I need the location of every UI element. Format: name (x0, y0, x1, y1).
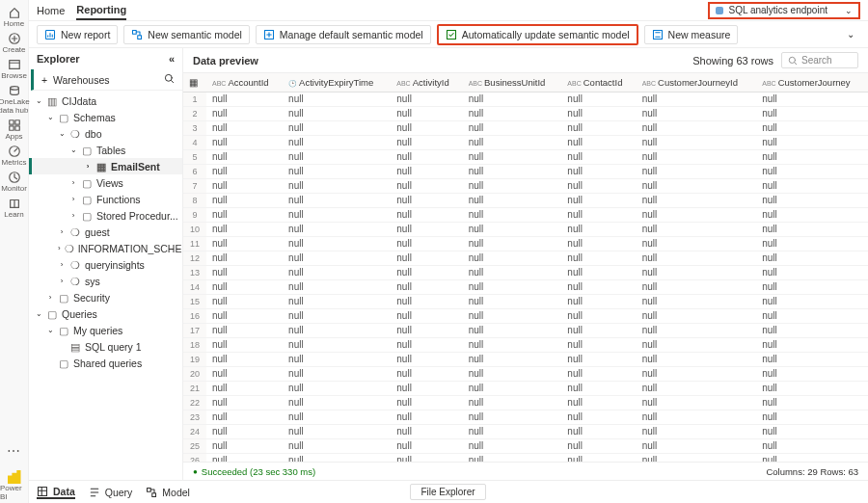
cell: null (561, 352, 636, 366)
table-row[interactable]: 25nullnullnullnullnullnullnull (183, 438, 868, 453)
tree-node-5[interactable]: ›▢Views (29, 174, 182, 191)
cell: null (463, 149, 562, 164)
warehouses-button[interactable]: Warehouses (53, 74, 110, 86)
table-row[interactable]: 19nullnullnullnullnullnullnull (183, 352, 868, 366)
tab-home[interactable]: Home (37, 2, 65, 19)
table-row[interactable]: 23nullnullnullnullnullnullnull (183, 410, 868, 424)
file-explorer-button[interactable]: File Explorer (410, 484, 485, 500)
nav-learn[interactable]: Learn (0, 195, 30, 221)
tree-node-15[interactable]: ▤SQL query 1 (29, 338, 182, 355)
expand-icon[interactable]: › (69, 211, 77, 220)
expand-icon[interactable]: ⌄ (46, 326, 54, 334)
table-row[interactable]: 8nullnullnullnullnullnullnull (183, 193, 868, 207)
bottom-tab-query[interactable]: Query (89, 487, 133, 498)
nav-browse[interactable]: Browse (0, 56, 30, 82)
expand-icon[interactable]: ⌄ (58, 129, 66, 138)
tree-node-8[interactable]: ›❍guest (29, 224, 182, 240)
power-bi-nav[interactable]: Power BI (0, 464, 28, 503)
table-row[interactable]: 14nullnullnullnullnullnullnull (183, 279, 868, 294)
column-header[interactable]: ABCAccountId (206, 73, 283, 92)
bottom-tab-model[interactable]: Model (146, 487, 190, 498)
table-row[interactable]: 17nullnullnullnullnullnullnull (183, 323, 868, 337)
more-nav[interactable]: ⋯ (0, 441, 28, 461)
table-row[interactable]: 15nullnullnullnullnullnullnull (183, 294, 868, 308)
endpoint-selector[interactable]: SQL analytics endpoint ⌄ (708, 2, 860, 19)
table-row[interactable]: 7nullnullnullnullnullnullnull (183, 178, 868, 193)
nav-onelake[interactable]: OneLake data hub (0, 82, 30, 117)
table-row[interactable]: 13nullnullnullnullnullnullnull (183, 265, 868, 279)
bottom-tab-data[interactable]: Data (37, 486, 75, 499)
tree-node-1[interactable]: ⌄▢Schemas (29, 109, 182, 125)
table-row[interactable]: 20nullnullnullnullnullnullnull (183, 366, 868, 381)
toolbar-overflow[interactable]: ⌄ (841, 29, 860, 40)
tree-node-13[interactable]: ⌄▢Queries (29, 305, 182, 322)
monitor-icon (8, 171, 21, 184)
expand-icon[interactable]: › (58, 277, 66, 285)
expand-icon[interactable]: ⌄ (46, 113, 54, 121)
table-row[interactable]: 18nullnullnullnullnullnullnull (183, 337, 868, 352)
nav-apps[interactable]: Apps (0, 117, 30, 143)
nav-monitor[interactable]: Monitor (0, 169, 30, 195)
expand-icon[interactable]: › (69, 195, 77, 203)
node-icon: ▢ (81, 194, 93, 205)
nav-metrics[interactable]: Metrics (0, 143, 30, 169)
expand-icon[interactable]: › (69, 178, 77, 187)
tree-node-6[interactable]: ›▢Functions (29, 191, 182, 207)
table-row[interactable]: 1nullnullnullnullnullnullnull (183, 92, 868, 106)
new-measure-button[interactable]: New measure (644, 25, 739, 44)
tree-node-14[interactable]: ⌄▢My queries (29, 322, 182, 338)
expand-icon[interactable]: › (58, 244, 61, 252)
expand-icon[interactable]: ⌄ (35, 309, 42, 318)
cell: null (391, 453, 462, 462)
cell: null (561, 106, 636, 120)
column-header[interactable]: ABCBusinessUnitId (463, 73, 562, 92)
table-row[interactable]: 26nullnullnullnullnullnullnull (183, 453, 868, 462)
table-row[interactable]: 5nullnullnullnullnullnullnull (183, 149, 868, 164)
nav-home[interactable]: Home (0, 4, 30, 30)
table-row[interactable]: 3nullnullnullnullnullnullnull (183, 120, 868, 135)
table-row[interactable]: 2nullnullnullnullnullnullnull (183, 106, 868, 120)
tree-node-0[interactable]: ⌄▥CIJdata (29, 93, 182, 109)
tree-node-12[interactable]: ›▢Security (29, 289, 182, 305)
table-row[interactable]: 10nullnullnullnullnullnullnull (183, 222, 868, 236)
tree-node-2[interactable]: ⌄❍dbo (29, 125, 182, 142)
search-input[interactable]: Search (781, 52, 858, 68)
row-header[interactable]: ▦ (183, 73, 206, 92)
table-row[interactable]: 11nullnullnullnullnullnullnull (183, 236, 868, 251)
table-row[interactable]: 12nullnullnullnullnullnullnull (183, 251, 868, 265)
expand-icon[interactable]: ⌄ (69, 146, 77, 154)
tree-node-7[interactable]: ›▢Stored Procedur... (29, 207, 182, 224)
expand-icon[interactable]: › (46, 293, 54, 302)
nav-create[interactable]: Create (0, 30, 30, 56)
tree-node-4[interactable]: ›▦EmailSent (29, 158, 182, 174)
table-row[interactable]: 22nullnullnullnullnullnullnull (183, 395, 868, 410)
column-header[interactable]: ABCCustomerJourneyId (637, 73, 757, 92)
table-row[interactable]: 9nullnullnullnullnullnullnull (183, 207, 868, 222)
expand-icon[interactable]: ⌄ (35, 96, 42, 105)
column-header[interactable]: ABCContactId (561, 73, 636, 92)
expand-icon[interactable]: › (58, 227, 66, 236)
tab-reporting[interactable]: Reporting (76, 1, 126, 20)
table-row[interactable]: 6nullnullnullnullnullnullnull (183, 164, 868, 178)
manage-default-model-button[interactable]: Manage default semantic model (256, 25, 431, 44)
search-icon[interactable] (164, 73, 175, 86)
expand-icon[interactable]: › (58, 260, 66, 269)
table-row[interactable]: 21nullnullnullnullnullnullnull (183, 381, 868, 395)
new-semantic-model-button[interactable]: New semantic model (123, 25, 249, 44)
column-header[interactable]: 🕒ActivityExpiryTime (283, 73, 391, 92)
expand-icon[interactable]: › (84, 162, 92, 171)
tree-node-10[interactable]: ›❍queryinsights (29, 256, 182, 273)
tree-node-9[interactable]: ›❍INFORMATION_SCHE... (29, 240, 182, 256)
table-row[interactable]: 24nullnullnullnullnullnullnull (183, 424, 868, 438)
tree-node-3[interactable]: ⌄▢Tables (29, 142, 182, 158)
table-row[interactable]: 4nullnullnullnullnullnullnull (183, 135, 868, 149)
tree-node-16[interactable]: ▢Shared queries (29, 355, 182, 371)
explorer-collapse-icon[interactable]: « (169, 53, 175, 65)
new-report-button[interactable]: New report (37, 25, 118, 44)
tree-node-11[interactable]: ›❍sys (29, 273, 182, 289)
auto-update-model-button[interactable]: Automatically update semantic model (437, 24, 638, 45)
column-header[interactable]: ABCCustomerJourney (756, 73, 868, 92)
data-grid[interactable]: ▦ABCAccountId🕒ActivityExpiryTimeABCActiv… (183, 73, 868, 462)
table-row[interactable]: 16nullnullnullnullnullnullnull (183, 308, 868, 323)
column-header[interactable]: ABCActivityId (391, 73, 462, 92)
